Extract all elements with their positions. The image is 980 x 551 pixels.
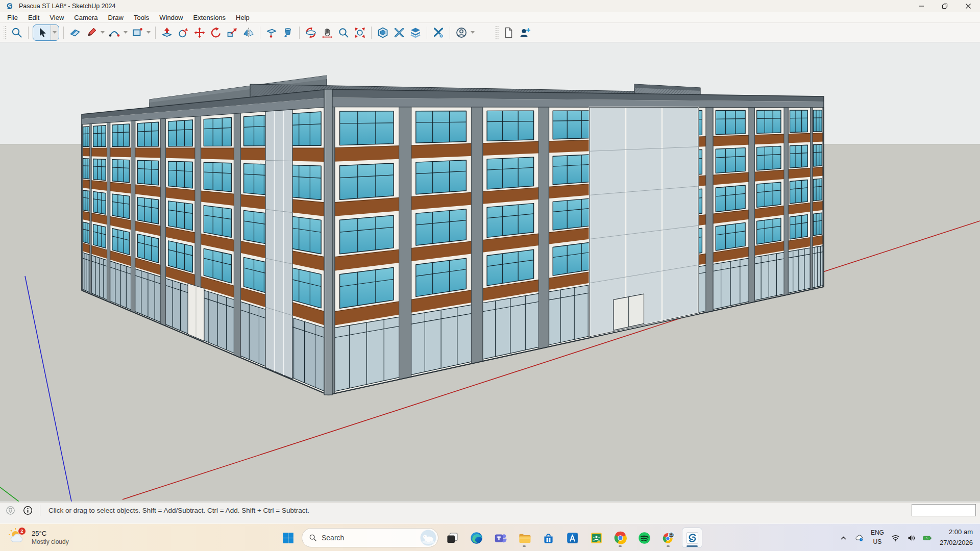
tool-push-pull-button[interactable] [159,25,175,40]
toolbar-separator [63,27,64,39]
active-tool-group [33,24,59,41]
status-separator [40,505,40,516]
eraser-icon [69,27,81,39]
tool-search-button[interactable] [9,25,24,40]
move-icon [193,27,206,39]
tool-extension-warehouse-button[interactable] [391,25,407,40]
sketchup-logo-icon [5,2,14,11]
taskbar-sketchup-icon[interactable] [682,528,702,548]
taskbar-chrome-profile-icon[interactable] [658,528,678,548]
window-title: Pascua ST LAB* - SketchUp 2024 [19,3,910,10]
viewport-canvas[interactable] [0,42,980,502]
tool-paint-bucket-button[interactable] [280,25,296,40]
tool-line-button[interactable] [84,25,99,40]
tool-tape-measure-button[interactable] [264,25,279,40]
menu-window[interactable]: Window [154,13,188,22]
wifi-icon[interactable] [888,528,903,547]
tray-chevron-icon[interactable] [836,528,851,547]
battery-charging-icon[interactable] [920,528,935,547]
language-indicator[interactable]: ENG US [868,528,887,547]
menu-file[interactable]: File [2,13,23,22]
close-button[interactable] [957,0,980,12]
tool-follow-me-button[interactable] [176,25,191,40]
tool-3d-warehouse-button[interactable] [375,25,390,40]
toolbar-grip[interactable] [4,26,7,39]
menu-extensions[interactable]: Extensions [188,13,231,22]
taskbar-edge-icon[interactable] [466,528,486,548]
tool-rotate-button[interactable] [208,25,224,40]
tool-rectangle-button[interactable] [130,25,145,40]
tool-zoom-extents-button[interactable] [352,25,368,40]
tool-zoom-button[interactable] [336,25,351,40]
tool-account-dropdown[interactable] [470,25,475,40]
tool-line-dropdown[interactable] [100,25,105,40]
tape-measure-icon [265,27,278,39]
tool-select-button[interactable] [34,25,50,40]
select-icon [36,27,48,39]
account-icon [455,27,468,39]
restore-button[interactable] [933,0,957,12]
add-collaborator-icon [519,27,531,39]
tool-move-button[interactable] [192,25,207,40]
rectangle-icon [131,27,143,39]
tool-flip-button[interactable] [241,25,256,40]
taskbar-app-a-icon[interactable] [562,528,582,548]
pan-icon [321,27,333,39]
volume-icon[interactable] [904,528,919,547]
toolbar-separator [427,27,427,39]
3d-warehouse-icon [377,27,389,39]
geolocation-icon[interactable] [5,505,15,515]
weather-condition: Mostly cloudy [32,538,69,546]
onedrive-cloud-icon[interactable]: i [852,528,867,547]
tool-account-button[interactable] [454,25,469,40]
toolbar-separator [299,27,300,39]
tool-arc-button[interactable] [107,25,122,40]
tool-extension-manager-button[interactable] [431,25,446,40]
menu-help[interactable]: Help [231,13,255,22]
weather-widget[interactable]: 2 25°C Mostly cloudy [5,528,72,548]
taskbar: 2 25°C Mostly cloudy Search i ENG US [0,523,980,551]
tool-eraser-button[interactable] [67,25,83,40]
extension-warehouse-icon [393,27,405,39]
minimize-button[interactable] [910,0,933,12]
menu-camera[interactable]: Camera [69,13,103,22]
tool-layers-button[interactable] [408,25,423,40]
taskbar-teams-icon[interactable] [490,528,510,548]
toolbar-separator [260,27,260,39]
taskbar-spotify-icon[interactable] [634,528,654,548]
taskbar-store-icon[interactable] [538,528,558,548]
menu-tools[interactable]: Tools [129,13,154,22]
tool-new-document-button[interactable] [501,25,516,40]
zoom-icon [337,27,350,39]
tool-orbit-button[interactable] [303,25,318,40]
tool-add-collaborator-button[interactable] [517,25,532,40]
extension-manager-icon [432,27,445,39]
menu-view[interactable]: View [44,13,69,22]
info-icon[interactable] [22,505,33,515]
tool-rectangle-dropdown[interactable] [145,25,151,40]
taskbar-chrome-icon[interactable] [610,528,630,548]
menu-edit[interactable]: Edit [23,13,44,22]
language-code: ENG [871,530,884,537]
menu-draw[interactable]: Draw [103,13,129,22]
taskbar-explorer-icon[interactable] [514,528,534,548]
tool-scale-button[interactable] [225,25,240,40]
tool-arc-dropdown[interactable] [122,25,128,40]
orbit-icon [305,27,317,39]
weather-temperature: 25°C [32,530,69,538]
svg-text:i: i [861,538,861,541]
toolbar-grip[interactable] [495,26,499,39]
measurements-input[interactable] [912,504,976,516]
tool-select-dropdown[interactable] [51,25,58,40]
taskbar-task-view-icon[interactable] [442,528,462,548]
notification-badge: 2 [20,528,23,534]
clock[interactable]: 2:00 am 27/02/2026 [936,528,977,547]
tray-date: 27/02/2026 [940,539,973,547]
search-icon [11,27,23,39]
taskbar-start-icon[interactable] [278,528,298,548]
tool-pan-button[interactable] [320,25,335,40]
taskbar-classroom-icon[interactable] [586,528,606,548]
new-document-icon [502,27,514,39]
language-region: US [873,539,882,546]
taskbar-search-box[interactable]: Search [302,528,438,547]
